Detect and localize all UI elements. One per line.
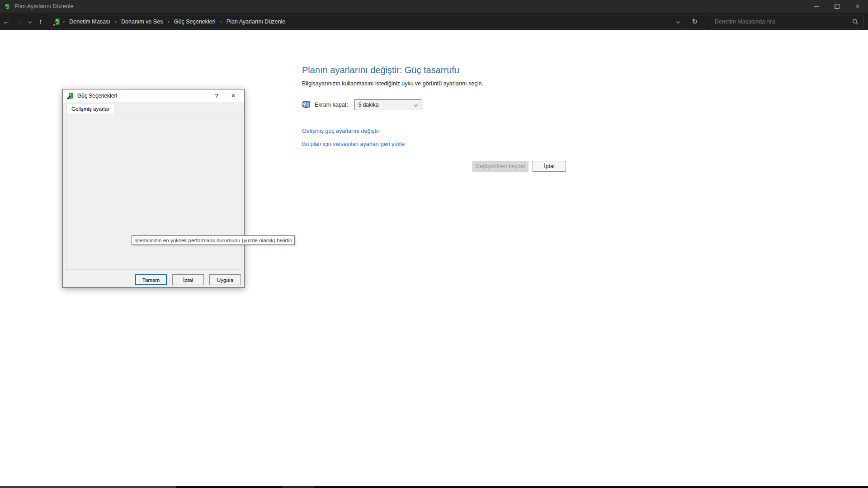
restore-icon: [835, 4, 840, 9]
breadcrumb: ›Denetim Masası›Donanım ve Ses›Güç Seçen…: [63, 18, 290, 25]
window-title: Plan Ayarlarını Düzenle: [14, 3, 73, 9]
screen: Plan Ayarlarını Düzenle ✕ ← → ↑ ›Denetim…: [0, 0, 868, 488]
turn-off-display-select[interactable]: 5 dakika: [354, 99, 421, 110]
refresh-button[interactable]: ↻: [688, 18, 701, 26]
content-area: Planın ayarlarını değiştir: Güç tasarruf…: [0, 30, 868, 488]
up-button[interactable]: ↑: [34, 18, 47, 26]
advanced-settings-link[interactable]: Gelişmiş güç ayarlarını değiştir: [302, 128, 379, 134]
power-plan-app-icon: [4, 3, 11, 10]
address-dropdown-button[interactable]: [674, 20, 682, 23]
tab-page: [66, 113, 242, 270]
recent-pages-dropdown[interactable]: [26, 20, 34, 23]
tooltip: İşlemcinizin en yüksek performans durumu…: [132, 235, 295, 245]
back-button[interactable]: ←: [0, 18, 13, 26]
turn-off-display-label: Ekranı kapat:: [315, 102, 348, 108]
minimize-button[interactable]: [806, 0, 826, 13]
window-titlebar: Plan Ayarlarını Düzenle ✕: [0, 0, 868, 13]
display-clock-icon: [302, 101, 310, 109]
search-icon: [852, 19, 859, 25]
minimize-icon: [814, 6, 819, 7]
window-controls: ✕: [806, 0, 868, 13]
horizontal-scrollbar-segment: [283, 486, 314, 488]
search-box[interactable]: Denetim Masasında Ara: [710, 15, 863, 28]
page-subtitle: Bilgisayarınızın kullanmasını istediğini…: [302, 80, 483, 87]
page-title: Planın ayarlarını değiştir: Güç tasarruf…: [302, 65, 459, 75]
breadcrumb-item[interactable]: Denetim Masası: [65, 19, 114, 25]
dialog-cancel-button[interactable]: İptal: [172, 274, 204, 285]
ok-button[interactable]: Tamam: [135, 274, 167, 285]
dialog-close-button[interactable]: ✕: [224, 89, 242, 102]
apply-button[interactable]: Uygula: [209, 274, 241, 285]
restore-defaults-link[interactable]: Bu plan için varsayılan ayarları geri yü…: [302, 141, 405, 147]
restore-button[interactable]: [826, 0, 847, 13]
breadcrumb-item[interactable]: Güç Seçenekleri: [170, 19, 220, 25]
breadcrumb-item[interactable]: Plan Ayarlarını Düzenle: [222, 19, 290, 25]
dialog-help-button[interactable]: ?: [208, 89, 225, 102]
power-options-location-icon: [53, 18, 61, 26]
tab-advanced-settings[interactable]: Gelişmiş ayarlar: [66, 103, 114, 113]
save-changes-button[interactable]: Değişiklikleri kaydet: [472, 161, 528, 172]
horizontal-scrollbar-thumb[interactable]: [0, 486, 176, 488]
breadcrumb-item[interactable]: Donanım ve Ses: [117, 19, 167, 25]
horizontal-scrollbar[interactable]: [0, 486, 868, 488]
chevron-down-icon: [414, 103, 417, 107]
address-divider: [685, 18, 685, 26]
selected-option: 5 dakika: [359, 102, 415, 108]
chevron-down-icon: [28, 19, 32, 23]
navigation-bar: ← → ↑ ›Denetim Masası›Donanım ve Ses›Güç…: [0, 13, 868, 30]
dialog-title: Güç Seçenekleri: [77, 93, 117, 99]
forward-button[interactable]: →: [13, 18, 26, 26]
cancel-button[interactable]: İptal: [533, 161, 566, 172]
close-icon: ✕: [855, 3, 860, 9]
power-options-dialog-icon: [67, 92, 74, 99]
turn-off-display-row: Ekranı kapat: 5 dakika: [302, 99, 421, 110]
search-placeholder: Denetim Masasında Ara: [715, 19, 852, 25]
power-options-dialog: Güç Seçenekleri ? ✕ Gelişmiş ayarlar Öze…: [62, 89, 245, 288]
close-button[interactable]: ✕: [847, 0, 868, 13]
chevron-down-icon: [676, 19, 680, 23]
address-bar[interactable]: ›Denetim Masası›Donanım ve Ses›Güç Seçen…: [50, 15, 704, 28]
